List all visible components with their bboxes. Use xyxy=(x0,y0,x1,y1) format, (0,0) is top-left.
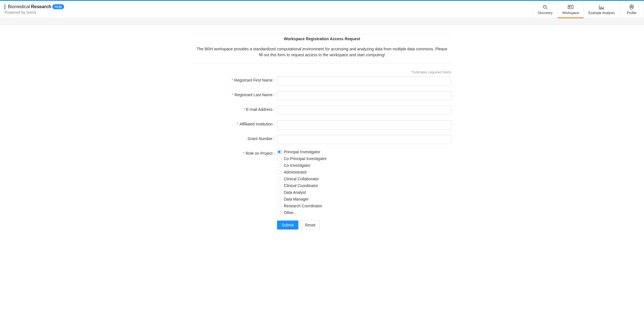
workspace-icon xyxy=(568,4,574,10)
form-header: Workspace Registration Access Request Th… xyxy=(193,33,451,63)
form-row-grant: Grant Number : xyxy=(193,135,451,144)
analysis-icon xyxy=(599,4,604,10)
radio-label: Principal Investigator xyxy=(284,150,320,154)
logo-badge-hub: Hub xyxy=(52,4,64,9)
form-description: The BRH workspace provides a standardize… xyxy=(193,46,451,58)
role-radio-option[interactable]: Co-Investigator xyxy=(277,163,451,168)
first-name-input[interactable] xyxy=(277,77,451,86)
form-row-email: *E-mail Address : xyxy=(193,106,451,115)
grant-label: Grant Number : xyxy=(193,135,277,141)
nav-label: Workspace xyxy=(562,11,579,15)
logo-text-research: Research xyxy=(31,4,51,9)
form-row-institution: *Affiliated Institution : xyxy=(193,120,451,129)
header: Biomedical Research Hub Powered by Gen3 … xyxy=(0,1,644,18)
nav-label: Discovery xyxy=(538,11,553,15)
radio-icon xyxy=(277,210,282,215)
form-row-role: *Role on Project : Principal Investigato… xyxy=(193,150,451,215)
role-radio-option[interactable]: Research Coordinator xyxy=(277,204,451,208)
radio-icon xyxy=(277,150,282,154)
radio-icon xyxy=(277,170,282,174)
radio-label: Clinical Coordinator xyxy=(284,183,318,188)
logo-title: Biomedical Research Hub xyxy=(4,4,64,9)
role-radio-option[interactable]: Clinical Coordinator xyxy=(277,183,451,188)
discovery-icon xyxy=(542,4,548,10)
logo-accent-bar xyxy=(4,4,5,9)
radio-icon xyxy=(277,190,282,195)
nav-discovery[interactable]: Discovery xyxy=(533,1,557,18)
radio-label: Research Coordinator xyxy=(284,204,322,208)
logo-area[interactable]: Biomedical Research Hub Powered by Gen3 xyxy=(0,1,64,18)
role-label: *Role on Project : xyxy=(193,150,277,156)
radio-icon xyxy=(277,177,282,181)
radio-icon xyxy=(277,204,282,208)
profile-icon xyxy=(629,4,634,10)
email-input[interactable] xyxy=(277,106,451,115)
role-radio-option[interactable]: Data Manager xyxy=(277,197,451,201)
form-row-last-name: *Registrant Last Name : xyxy=(193,91,451,100)
required-fields-note: *Indicates required fields xyxy=(193,70,451,74)
form-row-first-name: *Registrant First Name : xyxy=(193,77,451,86)
role-radio-option[interactable]: Clinical Collaborator xyxy=(277,177,451,181)
reset-button[interactable]: Reset xyxy=(301,221,320,230)
radio-icon xyxy=(277,197,282,201)
button-row: Submit Reset xyxy=(277,221,451,230)
role-radio-option[interactable]: Other... xyxy=(277,210,451,215)
role-radio-option[interactable]: Co-Principal Investigator xyxy=(277,156,451,161)
nav-label: Example Analysis xyxy=(588,11,615,15)
last-name-label: *Registrant Last Name : xyxy=(193,91,277,97)
logo-subtitle: Powered by Gen3 xyxy=(4,10,64,15)
subheader-bar xyxy=(0,18,644,25)
radio-label: Clinical Collaborator xyxy=(284,177,319,181)
main-nav: Discovery Workspace xyxy=(533,1,644,18)
nav-label: Profile xyxy=(627,11,636,15)
svg-point-3 xyxy=(569,6,570,7)
svg-line-1 xyxy=(546,8,547,9)
nav-workspace[interactable]: Workspace xyxy=(557,1,584,18)
main-content: Workspace Registration Access Request Th… xyxy=(193,25,451,238)
radio-label: Co-Investigator xyxy=(284,163,310,168)
first-name-label: *Registrant First Name : xyxy=(193,77,277,82)
role-radio-option[interactable]: Data Analyst xyxy=(277,190,451,195)
radio-label: Co-Principal Investigator xyxy=(284,156,327,161)
email-label: *E-mail Address : xyxy=(193,106,277,112)
role-radio-option[interactable]: Administrator xyxy=(277,170,451,174)
form-divider xyxy=(193,63,451,63)
nav-profile[interactable]: Profile xyxy=(619,1,644,18)
logo-text-biomedical: Biomedical xyxy=(8,4,30,9)
radio-label: Data Analyst xyxy=(284,190,306,195)
form-title: Workspace Registration Access Request xyxy=(193,37,451,41)
svg-point-10 xyxy=(631,6,632,7)
nav-example-analysis[interactable]: Example Analysis xyxy=(584,1,619,18)
role-radio-option[interactable]: Principal Investigator xyxy=(277,150,451,154)
submit-button[interactable]: Submit xyxy=(277,221,298,230)
radio-label: Administrator xyxy=(284,170,307,174)
radio-icon xyxy=(277,156,282,161)
role-radio-group: Principal InvestigatorCo-Principal Inves… xyxy=(277,150,451,215)
grant-input[interactable] xyxy=(277,135,451,144)
radio-label: Data Manager xyxy=(284,197,309,201)
last-name-input[interactable] xyxy=(277,91,451,100)
institution-input[interactable] xyxy=(277,120,451,129)
radio-label: Other... xyxy=(284,210,297,215)
radio-icon xyxy=(277,163,282,168)
radio-icon xyxy=(277,183,282,188)
institution-label: *Affiliated Institution : xyxy=(193,120,277,126)
